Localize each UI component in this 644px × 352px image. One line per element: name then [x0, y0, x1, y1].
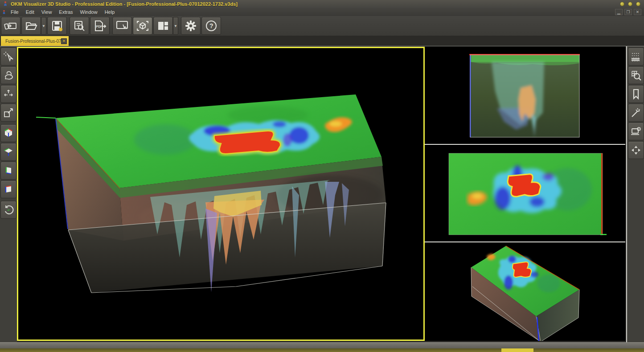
report-preview-button[interactable] — [70, 17, 89, 35]
bottom-accent-strip — [0, 348, 644, 352]
view-side-button[interactable] — [0, 162, 16, 180]
view-top-button[interactable] — [0, 143, 16, 161]
layout-dropdown[interactable]: ▼ — [173, 17, 178, 35]
mdi-restore-button[interactable]: ❐ — [624, 9, 632, 15]
menu-extras[interactable]: Extras — [55, 9, 76, 15]
bottom-strip-highlight — [501, 348, 533, 352]
import-scan-button[interactable] — [1, 17, 21, 35]
layout-button[interactable] — [153, 17, 173, 35]
mdi-close-button[interactable]: ✕ — [634, 9, 641, 15]
move-pad-button[interactable] — [628, 141, 644, 159]
perspective-thumbnail-viewport[interactable] — [425, 242, 625, 341]
svg-text:?: ? — [209, 22, 213, 29]
settings-button[interactable] — [181, 17, 201, 35]
grid-search-button[interactable] — [628, 66, 644, 84]
menu-window[interactable]: Window — [77, 9, 101, 15]
bookmark-button[interactable] — [628, 85, 644, 103]
menu-help[interactable]: Help — [101, 9, 119, 15]
cross-section-viewport[interactable] — [425, 47, 625, 144]
menu-file[interactable]: File — [7, 9, 22, 15]
export-pdf-button[interactable]: PDF — [90, 17, 110, 35]
screenshot-button[interactable] — [112, 17, 132, 35]
menu-bar: File Edit View Extras Window Help — [0, 8, 644, 16]
select-tool-button[interactable] — [0, 48, 16, 65]
main-3d-viewport[interactable] — [17, 47, 425, 341]
right-tool-strip — [626, 46, 644, 342]
document-tab-bar: Fusion-Professional-Plus-07... ✕ — [0, 36, 644, 46]
status-bar — [0, 342, 644, 348]
left-tool-strip — [0, 46, 17, 342]
app-icon-small — [2, 8, 6, 16]
probe-tool-button[interactable] — [628, 104, 644, 122]
menu-view[interactable]: View — [38, 9, 56, 15]
rotate-tool-button[interactable] — [0, 66, 16, 84]
menu-edit[interactable]: Edit — [22, 9, 38, 15]
scan-3d-scene — [18, 48, 423, 340]
mdi-window-controls: ▁ ❐ ✕ — [615, 9, 641, 15]
save-button[interactable] — [47, 17, 67, 35]
app-icon — [3, 0, 8, 8]
maximize-button[interactable] — [628, 2, 632, 6]
device-settings-button[interactable] — [628, 123, 644, 140]
zoom-tool-button[interactable] — [0, 104, 16, 122]
reset-rotation-button[interactable] — [0, 201, 16, 219]
tab-label: Fusion-Professional-Plus-07... — [5, 39, 61, 44]
pan-tool-button[interactable] — [0, 85, 16, 103]
help-button[interactable]: ? — [201, 17, 221, 35]
ground-signal-button[interactable] — [628, 48, 644, 65]
window-title: OKM Visualizer 3D Studio - Professional … — [11, 1, 238, 7]
axis-line-orange — [601, 153, 603, 235]
open-file-dropdown[interactable]: ▼ — [41, 17, 46, 35]
secondary-views-column — [425, 46, 625, 341]
view-3d-button[interactable] — [133, 17, 152, 35]
svg-text:PDF: PDF — [96, 25, 103, 28]
main-toolbar: ▼ PDF — [0, 16, 644, 36]
open-file-button[interactable] — [21, 17, 41, 35]
tab-close-button[interactable]: ✕ — [61, 38, 67, 44]
close-button[interactable] — [636, 2, 640, 6]
title-bar: OKM Visualizer 3D Studio - Professional … — [0, 0, 644, 8]
mdi-minimize-button[interactable]: ▁ — [615, 9, 623, 15]
active-document-tab[interactable]: Fusion-Professional-Plus-07... ✕ — [1, 36, 69, 46]
view-front-button[interactable] — [0, 180, 16, 198]
view-3d-cube-button[interactable] — [0, 124, 16, 142]
minimize-button[interactable] — [620, 2, 624, 6]
plan-viewport[interactable] — [425, 145, 625, 241]
